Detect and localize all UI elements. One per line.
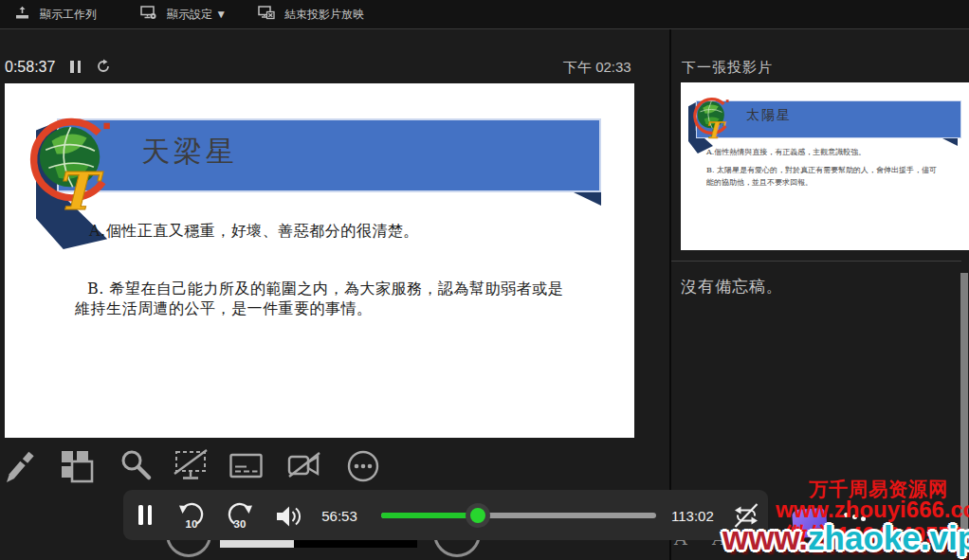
display-settings-button[interactable]: 顯示設定 ▼ <box>140 0 227 28</box>
next-slide-label: 下一張投影片 <box>682 59 773 77</box>
watermark-zhaoke-prefix: www. <box>722 519 808 556</box>
show-taskbar-label: 顯示工作列 <box>40 7 97 23</box>
watermark-zhaoke-domain: zhaoke.vip <box>808 519 969 556</box>
show-taskbar-button[interactable]: 顯示工作列 <box>14 0 97 28</box>
slide-title: 天梁星 <box>141 133 238 172</box>
slide-line-a: A.個性正直又穩重，好壞、善惡都分的很清楚。 <box>89 222 419 242</box>
end-slideshow-label: 結束投影片放映 <box>284 7 364 23</box>
next-slide-title: 太陽星 <box>746 107 792 124</box>
speaker-icon <box>275 504 303 529</box>
globe-logo-icon: T <box>692 94 737 141</box>
volume-button[interactable] <box>275 504 303 533</box>
taskbar-icon <box>14 6 30 23</box>
camera-off-icon <box>286 447 324 485</box>
magnifier-icon <box>118 447 155 485</box>
panel-divider <box>669 29 671 560</box>
play-pause-button[interactable] <box>138 505 152 525</box>
presenter-view-window: 顯示工作列 顯示設定 ▼ 結束投影片放映 0:58:37 下午 02:33 下一… <box>0 0 969 560</box>
camera-toggle-button[interactable] <box>284 445 326 487</box>
slide-line-b1: B. 希望在自己能力所及的範圍之内，為大家服務，認為幫助弱者或是 <box>87 280 563 299</box>
display-settings-icon <box>140 6 157 23</box>
forward-30-icon: 30 <box>227 501 253 530</box>
banner-right-fold <box>574 192 601 206</box>
zoom-slide-button[interactable] <box>116 445 157 487</box>
subtitles-toggle-button[interactable] <box>226 445 267 487</box>
rewind-10-icon: 10 <box>178 501 205 530</box>
more-options-button[interactable] <box>342 445 384 487</box>
current-slide[interactable]: T 天梁星 A.個性正直又穩重，好壞、善惡都分的很清楚。 B. 希望在自己能力所… <box>5 83 634 438</box>
more-options-icon <box>344 447 382 485</box>
pen-tool-button[interactable] <box>2 445 44 487</box>
display-settings-label: 顯示設定 ▼ <box>167 7 227 23</box>
underlying-progress-bar-remaining <box>294 540 417 548</box>
next-slide-line-b2: 能的協助他，並且不要求回報。 <box>706 177 813 188</box>
svg-text:30: 30 <box>234 518 247 530</box>
pause-timer-button[interactable] <box>70 61 81 73</box>
seek-bar-progress <box>381 513 477 518</box>
forward-30-button[interactable]: 30 <box>227 501 253 533</box>
underlying-progress-bar-played <box>220 540 294 548</box>
rewind-10-button[interactable]: 10 <box>178 501 205 533</box>
next-slide-line-b1: B. 太陽星是有愛心的，對於真正有需要幫助的人，會伸出援手，儘可 <box>706 165 937 175</box>
media-player-bar: 10 30 56:53 113:02 <box>123 490 768 540</box>
black-screen-icon <box>173 447 210 485</box>
total-time: 113:02 <box>671 508 714 524</box>
banner-right-fold <box>942 138 958 146</box>
next-slide-line-a: A.個性熱情與直接，有正義感，主觀意識較強。 <box>706 147 866 157</box>
slide-line-b2: 維持生活周遭的公平，是一件重要的事情。 <box>75 299 373 319</box>
svg-text:10: 10 <box>186 518 198 530</box>
black-screen-button[interactable] <box>171 445 212 487</box>
globe-logo-icon: T <box>27 110 128 216</box>
end-slideshow-icon <box>258 6 275 23</box>
top-toolbar: 顯示工作列 顯示設定 ▼ 結束投影片放映 <box>0 0 969 29</box>
subtitles-icon <box>228 447 265 485</box>
pen-icon <box>4 447 42 485</box>
end-slideshow-button[interactable]: 結束投影片放映 <box>258 0 364 28</box>
seek-bar[interactable] <box>381 513 656 518</box>
notes-divider <box>671 261 961 262</box>
slide-grid-icon <box>59 447 97 485</box>
restart-timer-button[interactable] <box>96 59 111 78</box>
elapsed-timer: 0:58:37 <box>5 59 55 76</box>
watermark-zhaoke: www.zhaoke.vip <box>722 519 969 557</box>
current-time: 56:53 <box>311 508 368 524</box>
see-all-slides-button[interactable] <box>57 445 99 487</box>
title-banner <box>57 118 601 192</box>
seek-thumb[interactable] <box>466 503 490 528</box>
restart-timer-icon <box>96 61 111 77</box>
clock: 下午 02:33 <box>563 59 631 77</box>
notes-text: 沒有備忘稿。 <box>681 276 783 298</box>
next-slide-thumbnail[interactable]: T 太陽星 A.個性熱情與直接，有正義感，主觀意識較強。 B. 太陽星是有愛心的… <box>681 82 969 250</box>
